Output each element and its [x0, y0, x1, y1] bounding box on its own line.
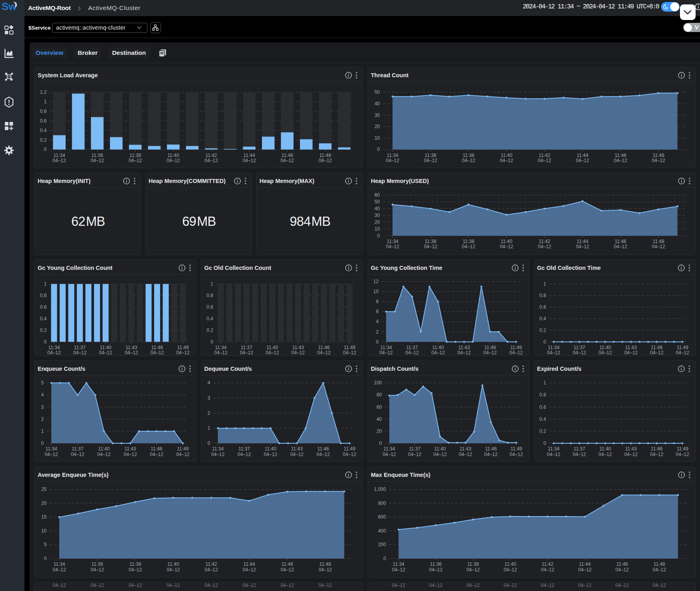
svg-text:Expired Count/s: Expired Count/s	[537, 366, 581, 372]
svg-text:4: 4	[376, 319, 378, 324]
svg-text:04–12: 04–12	[264, 452, 278, 457]
svg-text:11:43: 11:43	[126, 345, 137, 350]
svg-text:100: 100	[374, 380, 382, 386]
svg-text:11:44: 11:44	[577, 239, 588, 244]
svg-text:40: 40	[374, 206, 380, 211]
svg-text:04–12: 04–12	[500, 158, 513, 163]
svg-text:8: 8	[376, 299, 378, 304]
svg-text:11:43: 11:43	[125, 446, 136, 452]
svg-text:04–12: 04–12	[462, 244, 475, 250]
svg-text:Heap Memory(COMMITTED): Heap Memory(COMMITTED)	[149, 178, 226, 184]
svg-text:400: 400	[378, 528, 386, 533]
svg-text:0.8: 0.8	[539, 293, 546, 298]
svg-text:04–12: 04–12	[424, 158, 437, 163]
svg-text:11:49: 11:49	[510, 345, 522, 350]
svg-text:11:46: 11:46	[616, 561, 628, 567]
svg-text:04–12: 04–12	[676, 350, 690, 356]
svg-text:10: 10	[41, 528, 47, 533]
svg-text:11:34: 11:34	[548, 446, 559, 452]
svg-text:11:40: 11:40	[434, 446, 446, 452]
svg-text:11:37: 11:37	[406, 345, 418, 350]
svg-text:11:46: 11:46	[282, 152, 293, 158]
svg-text:04–12: 04–12	[652, 567, 666, 572]
svg-text:10: 10	[374, 226, 380, 232]
svg-text:11:42: 11:42	[539, 152, 550, 158]
svg-text:04–12: 04–12	[509, 452, 523, 457]
svg-text:04–12: 04–12	[429, 583, 443, 589]
svg-text:11:42: 11:42	[539, 239, 550, 244]
svg-text:Gc Young Collection Time: Gc Young Collection Time	[371, 265, 443, 271]
svg-text:04–12: 04–12	[281, 583, 294, 589]
svg-text:0.2: 0.2	[539, 328, 546, 333]
svg-text:11:34: 11:34	[54, 152, 65, 158]
svg-text:2: 2	[41, 416, 44, 422]
svg-text:11:49: 11:49	[344, 345, 355, 350]
svg-text:04–12: 04–12	[575, 244, 589, 250]
svg-text:1: 1	[543, 380, 546, 386]
svg-text:11:43: 11:43	[292, 345, 304, 350]
svg-text:04–12: 04–12	[392, 583, 405, 589]
svg-text:04–12: 04–12	[466, 567, 480, 572]
svg-text:04–12: 04–12	[379, 350, 393, 356]
svg-text:0: 0	[44, 147, 47, 152]
svg-text:04–12: 04–12	[317, 350, 331, 356]
svg-text:04–12: 04–12	[167, 567, 180, 572]
svg-text:04–12: 04–12	[386, 158, 399, 163]
svg-text:0.4: 0.4	[40, 127, 47, 133]
svg-text:0.8: 0.8	[207, 293, 213, 298]
svg-text:11:40: 11:40	[100, 345, 111, 350]
svg-text:04–12: 04–12	[176, 452, 190, 457]
svg-text:80: 80	[376, 392, 382, 398]
svg-text:11:46: 11:46	[651, 446, 662, 452]
svg-text:11:38: 11:38	[467, 561, 479, 567]
svg-text:11:43: 11:43	[291, 446, 302, 452]
svg-text:0: 0	[376, 339, 378, 344]
svg-text:4: 4	[41, 392, 44, 398]
svg-text:04–12: 04–12	[91, 158, 104, 163]
svg-text:1: 1	[211, 281, 213, 287]
svg-text:04–12: 04–12	[547, 350, 561, 356]
svg-text:62 MB: 62 MB	[71, 214, 105, 229]
svg-text:11:34: 11:34	[380, 345, 392, 350]
svg-text:11:43: 11:43	[459, 446, 471, 452]
svg-text:0: 0	[377, 147, 380, 152]
svg-text:04–12: 04–12	[151, 350, 164, 356]
svg-text:11:36: 11:36	[430, 561, 441, 567]
svg-text:04–12: 04–12	[214, 350, 227, 356]
svg-text:12: 12	[373, 279, 378, 284]
svg-text:04–12: 04–12	[614, 158, 627, 163]
svg-text:04–12: 04–12	[281, 158, 294, 163]
svg-text:04–12: 04–12	[483, 350, 497, 356]
svg-text:11:48: 11:48	[652, 152, 664, 158]
svg-text:11:37: 11:37	[408, 446, 420, 452]
svg-text:04–12: 04–12	[124, 452, 137, 457]
svg-text:04–12: 04–12	[205, 567, 218, 572]
svg-text:11:42: 11:42	[205, 561, 217, 567]
svg-text:04–12: 04–12	[243, 158, 256, 163]
svg-text:11:46: 11:46	[151, 446, 163, 452]
svg-text:0.6: 0.6	[40, 304, 47, 310]
svg-text:04–12: 04–12	[652, 244, 665, 250]
svg-text:04–12: 04–12	[615, 583, 629, 589]
svg-text:System Load Average: System Load Average	[38, 72, 98, 78]
svg-text:11:46: 11:46	[485, 446, 497, 452]
svg-text:5: 5	[44, 542, 47, 547]
svg-text:11:38: 11:38	[463, 152, 474, 158]
svg-text:11:49: 11:49	[510, 446, 522, 452]
svg-text:Heap Memory(USED): Heap Memory(USED)	[371, 178, 429, 184]
svg-text:11:38: 11:38	[129, 561, 141, 567]
svg-text:04–12: 04–12	[211, 452, 225, 457]
svg-text:600: 600	[378, 514, 386, 520]
svg-text:04–12: 04–12	[243, 567, 256, 572]
svg-text:04–12: 04–12	[99, 350, 113, 356]
svg-text:04–12: 04–12	[575, 158, 589, 163]
svg-text:11:44: 11:44	[243, 561, 255, 567]
svg-text:Dispatch Count/s: Dispatch Count/s	[371, 366, 418, 372]
svg-text:40: 40	[374, 101, 380, 106]
svg-text:11:40: 11:40	[599, 345, 611, 350]
svg-text:04–12: 04–12	[97, 452, 111, 457]
svg-text:04–12: 04–12	[650, 350, 664, 356]
svg-text:0.6: 0.6	[539, 304, 546, 310]
svg-text:11:42: 11:42	[541, 561, 553, 567]
svg-text:04–12: 04–12	[319, 583, 332, 589]
